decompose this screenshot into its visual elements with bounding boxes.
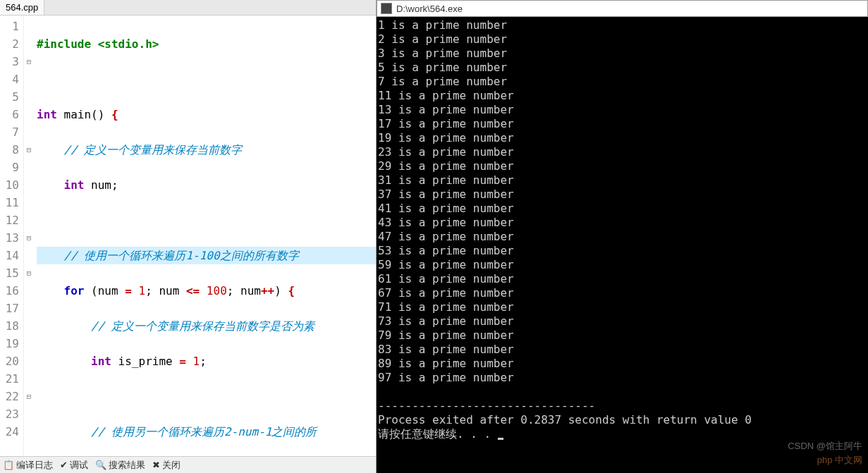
watermark-csdn: CSDN @馆主阿牛 (788, 439, 862, 453)
console-line: 29 is a prime number (378, 159, 867, 173)
file-tab[interactable]: 564.cpp (0, 0, 44, 15)
fold-indicator[interactable] (24, 70, 34, 88)
line-number: 13 (0, 229, 19, 247)
fold-indicator[interactable] (24, 123, 34, 141)
line-number: 14 (0, 247, 19, 264)
status-bar: 📋编译日志 ✔调试 🔍搜索结果 ✖关闭 (0, 456, 376, 473)
line-number: 2 (0, 35, 19, 53)
console-line: 23 is a prime number (378, 145, 867, 159)
console-line: 37 is a prime number (378, 188, 867, 202)
console-line: 3 is a prime number (378, 47, 867, 61)
line-number: 19 (0, 335, 19, 352)
fold-gutter[interactable]: ⊟⊟⊟⊟⊟ (24, 16, 34, 456)
search-results-button[interactable]: 🔍搜索结果 (95, 459, 145, 472)
console-line: 5 is a prime number (378, 61, 867, 75)
line-number: 23 (0, 405, 19, 423)
line-number: 9 (0, 159, 19, 176)
fold-indicator[interactable] (24, 335, 34, 352)
console-line: 79 is a prime number (378, 328, 867, 343)
console-line: 31 is a prime number (378, 173, 867, 188)
console-line: 17 is a prime number (378, 117, 867, 131)
tab-label: 564.cpp (6, 2, 38, 13)
console-app-icon (381, 3, 392, 14)
fold-indicator[interactable] (24, 300, 34, 317)
cursor (498, 438, 503, 440)
console-line: 83 is a prime number (378, 343, 867, 357)
console-title-text: D:\work\564.exe (396, 4, 463, 14)
line-number-gutter: 123456789101112131415161718192021222324 (0, 16, 24, 456)
console-titlebar[interactable]: D:\work\564.exe (377, 0, 868, 17)
line-number: 8 (0, 141, 19, 159)
line-number: 3 (0, 53, 19, 70)
line-number: 22 (0, 388, 19, 405)
console-line: 67 is a prime number (378, 286, 867, 300)
line-number: 7 (0, 123, 19, 141)
console-line: 41 is a prime number (378, 202, 867, 216)
code-area[interactable]: 123456789101112131415161718192021222324 … (0, 16, 376, 456)
fold-indicator[interactable] (24, 352, 34, 370)
console-line: 71 is a prime number (378, 300, 867, 314)
fold-indicator[interactable] (24, 282, 34, 300)
console-line: 97 is a prime number (378, 371, 867, 385)
console-line: 11 is a prime number (378, 89, 867, 103)
fold-indicator[interactable]: ⊟ (24, 264, 34, 282)
fold-indicator[interactable] (24, 370, 34, 388)
close-icon: ✖ (152, 460, 160, 470)
console-output[interactable]: 1 is a prime number2 is a prime number3 … (377, 17, 868, 473)
fold-indicator[interactable] (24, 194, 34, 211)
fold-indicator[interactable] (24, 247, 34, 264)
log-icon: 📋 (3, 460, 14, 470)
compile-log-button[interactable]: 📋编译日志 (3, 459, 53, 472)
line-number: 1 (0, 18, 19, 35)
line-number: 18 (0, 317, 19, 335)
fold-indicator[interactable] (24, 211, 34, 229)
fold-indicator[interactable] (24, 159, 34, 176)
console-line: 89 is a prime number (378, 357, 867, 371)
console-line: 13 is a prime number (378, 103, 867, 117)
line-number: 21 (0, 370, 19, 388)
fold-indicator[interactable]: ⊟ (24, 141, 34, 159)
console-line: 47 is a prime number (378, 230, 867, 244)
console-exit-message: Process exited after 0.2837 seconds with… (378, 413, 867, 427)
fold-indicator[interactable]: ⊟ (24, 229, 34, 247)
console-line: 59 is a prime number (378, 258, 867, 272)
fold-indicator[interactable] (24, 405, 34, 423)
console-line: 2 is a prime number (378, 32, 867, 47)
line-number: 24 (0, 423, 19, 441)
console-pane: D:\work\564.exe 1 is a prime number2 is … (377, 0, 868, 473)
line-number: 4 (0, 70, 19, 88)
fold-indicator[interactable] (24, 106, 34, 123)
line-number: 5 (0, 88, 19, 106)
preprocessor: #include <stdio.h> (37, 37, 159, 51)
console-line: 43 is a prime number (378, 216, 867, 230)
line-number: 6 (0, 106, 19, 123)
close-button[interactable]: ✖关闭 (152, 459, 181, 472)
tab-bar: 564.cpp (0, 0, 376, 16)
line-number: 11 (0, 194, 19, 211)
console-line: 19 is a prime number (378, 131, 867, 145)
line-number: 17 (0, 300, 19, 317)
fold-indicator[interactable] (24, 176, 34, 194)
fold-indicator[interactable] (24, 317, 34, 335)
editor-pane: 564.cpp 12345678910111213141516171819202… (0, 0, 377, 473)
code-content[interactable]: #include <stdio.h> int main() { // 定义一个变… (34, 16, 376, 456)
console-line: 61 is a prime number (378, 272, 867, 286)
console-separator: -------------------------------- (378, 399, 867, 413)
fold-indicator[interactable]: ⊟ (24, 388, 34, 405)
line-number: 20 (0, 352, 19, 370)
console-line: 1 is a prime number (378, 18, 867, 32)
line-number: 16 (0, 282, 19, 300)
fold-indicator[interactable] (24, 35, 34, 53)
search-icon: 🔍 (95, 460, 106, 470)
debug-button[interactable]: ✔调试 (60, 459, 88, 472)
console-line: 73 is a prime number (378, 314, 867, 328)
fold-indicator[interactable] (24, 18, 34, 35)
watermark-php: php 中文网 (817, 453, 862, 467)
console-line: 7 is a prime number (378, 75, 867, 89)
fold-indicator[interactable]: ⊟ (24, 53, 34, 70)
fold-indicator[interactable] (24, 88, 34, 106)
line-number: 15 (0, 264, 19, 282)
fold-indicator[interactable] (24, 423, 34, 441)
console-line: 53 is a prime number (378, 244, 867, 258)
check-icon: ✔ (60, 460, 68, 470)
